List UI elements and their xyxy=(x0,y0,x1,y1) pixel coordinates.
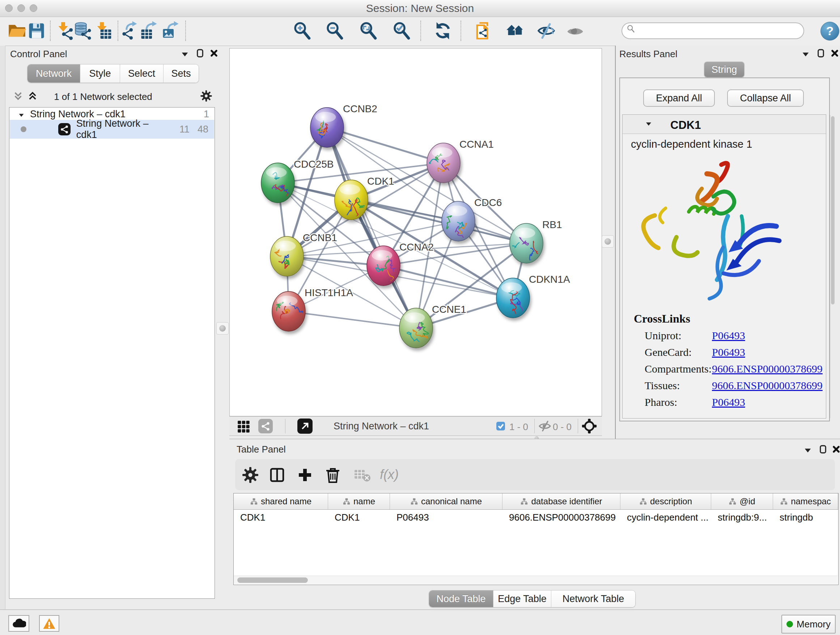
export-network-icon[interactable] xyxy=(121,21,140,41)
tab-string[interactable]: String xyxy=(704,62,744,77)
open-session-icon[interactable] xyxy=(8,21,27,41)
copy-network-icon[interactable] xyxy=(473,21,492,41)
zoom-in-icon[interactable] xyxy=(293,21,311,41)
table-options-gear-icon[interactable] xyxy=(242,466,259,484)
collapse-all-networks-icon[interactable] xyxy=(13,91,22,101)
node-layer xyxy=(261,108,544,348)
table-panel-menu-icon[interactable] xyxy=(803,446,813,455)
network-edge[interactable] xyxy=(327,127,444,163)
results-panel-close-icon[interactable] xyxy=(830,49,839,58)
node-label-cdkn1a: CDKN1A xyxy=(529,274,570,285)
hidden-count-eye-icon[interactable] xyxy=(538,420,551,432)
network-node-ccna2[interactable] xyxy=(367,246,400,289)
tab-sets[interactable]: Sets xyxy=(164,65,199,82)
selected-count-checkbox-icon[interactable] xyxy=(496,421,506,431)
column-header-database-identifier[interactable]: database identifier xyxy=(502,494,621,509)
results-panel-menu-icon[interactable] xyxy=(801,50,810,59)
network-node-ccnb1[interactable] xyxy=(270,236,303,276)
tab-node-table[interactable]: Node Table xyxy=(429,591,493,607)
expand-all-button[interactable]: Expand All xyxy=(643,89,715,107)
birds-eye-view-icon[interactable] xyxy=(581,418,597,434)
tab-network-table[interactable]: Network Table xyxy=(551,591,635,607)
tab-edge-table[interactable]: Edge Table xyxy=(493,591,551,607)
table-panel-close-icon[interactable] xyxy=(831,445,840,454)
column-header-shared-name[interactable]: shared name xyxy=(234,494,328,509)
apply-layout-icon[interactable] xyxy=(433,21,452,41)
collection-expander-icon[interactable] xyxy=(18,111,25,118)
left-splitter-handle[interactable] xyxy=(216,322,229,334)
network-node-cdc25b[interactable] xyxy=(261,163,294,203)
control-panel-close-icon[interactable] xyxy=(209,49,218,58)
zoom-selected-icon[interactable] xyxy=(392,21,411,41)
column-header-description[interactable]: description xyxy=(621,494,711,509)
column-header--id[interactable]: @id xyxy=(711,494,773,509)
table-row[interactable]: CDK1CDK1P064939606.ENSP00000378699cyclin… xyxy=(234,510,838,525)
crosslink-link[interactable]: 9606.ENSP00000378699 xyxy=(712,379,823,392)
crosslink-link[interactable]: P06493 xyxy=(712,329,745,342)
export-table-icon[interactable] xyxy=(140,21,159,41)
zoom-fit-icon[interactable] xyxy=(359,21,378,41)
crosslink-link[interactable]: P06493 xyxy=(712,396,745,409)
right-splitter-handle[interactable] xyxy=(602,235,614,248)
tab-network[interactable]: Network xyxy=(27,65,80,82)
search-input[interactable] xyxy=(639,25,804,37)
gene-entry-header[interactable] xyxy=(622,115,826,134)
help-button[interactable]: ? xyxy=(821,22,839,41)
crosslink-row: GeneCard:P06493 xyxy=(645,346,826,363)
zoom-out-icon[interactable] xyxy=(325,21,344,41)
create-column-icon[interactable] xyxy=(296,466,314,484)
save-session-icon[interactable] xyxy=(27,21,46,41)
results-panel-float-icon[interactable] xyxy=(816,49,826,58)
show-columns-icon[interactable] xyxy=(268,466,286,484)
memory-button[interactable]: Memory xyxy=(782,615,836,633)
results-scrollbar[interactable] xyxy=(830,115,836,418)
status-bar: Memory xyxy=(0,609,840,635)
control-panel-menu-icon[interactable] xyxy=(180,50,189,59)
network-view-mode-icon[interactable] xyxy=(258,419,273,433)
show-grid-view-icon[interactable] xyxy=(236,419,251,434)
node-label-ccna2: CCNA2 xyxy=(399,241,434,253)
import-table-icon[interactable] xyxy=(94,21,112,41)
column-header-canonical-name[interactable]: canonical name xyxy=(390,494,502,509)
crosslink-label: Tissues: xyxy=(645,379,680,391)
export-image-icon[interactable] xyxy=(162,21,180,41)
network-node-ccne1[interactable] xyxy=(399,308,433,348)
network-edge[interactable] xyxy=(289,311,416,328)
search-box[interactable] xyxy=(622,22,804,39)
import-network-from-file-icon[interactable] xyxy=(56,21,74,41)
network-node-cdk1[interactable] xyxy=(335,180,368,220)
network-node-count: 11 xyxy=(172,124,189,135)
control-panel-float-icon[interactable] xyxy=(195,49,205,58)
gene-entry-expander-icon[interactable] xyxy=(645,120,653,128)
crosslink-label: Uniprot: xyxy=(645,329,682,341)
network-node-ccnb2[interactable] xyxy=(310,108,344,147)
tab-style[interactable]: Style xyxy=(80,65,120,82)
detach-view-icon[interactable] xyxy=(297,418,313,434)
crosslink-link[interactable]: P06493 xyxy=(712,346,745,358)
group-nodes-icon[interactable] xyxy=(506,21,524,41)
network-canvas[interactable]: CCNB2CCNA1CDC25BCDK1CDC6RB1CCNB1CCNA2CDK… xyxy=(229,48,602,416)
warnings-button[interactable] xyxy=(39,615,59,632)
node-label-cdc25b: CDC25B xyxy=(294,158,333,170)
table-hscrollbar[interactable] xyxy=(234,576,837,584)
network-options-gear-icon[interactable] xyxy=(200,90,212,102)
results-panel-tabs: String xyxy=(704,62,745,78)
delete-column-icon[interactable] xyxy=(324,466,341,484)
node-table[interactable]: shared namenamecanonical namedatabase id… xyxy=(233,493,838,585)
network-node-hist1h1a[interactable] xyxy=(272,291,305,331)
table-panel-float-icon[interactable] xyxy=(818,445,828,454)
table-cell: P06493 xyxy=(390,510,502,525)
network-node-ccna1[interactable] xyxy=(427,143,460,183)
network-node-cdkn1a[interactable] xyxy=(496,278,530,318)
tab-select[interactable]: Select xyxy=(120,65,164,82)
column-tree-icon xyxy=(250,497,258,505)
network-row-selected[interactable]: String Network – cdk1 11 48 xyxy=(10,120,214,139)
cloud-status-button[interactable] xyxy=(8,615,29,632)
column-header-name[interactable]: name xyxy=(328,494,390,509)
import-network-from-database-icon[interactable] xyxy=(74,21,93,41)
crosslink-link[interactable]: 9606.ENSP00000378699 xyxy=(712,363,823,375)
hide-selected-icon[interactable] xyxy=(537,21,556,41)
collapse-all-button[interactable]: Collapse All xyxy=(727,89,804,107)
column-tree-icon xyxy=(410,497,418,505)
column-header-namespac[interactable]: namespac xyxy=(773,494,838,509)
